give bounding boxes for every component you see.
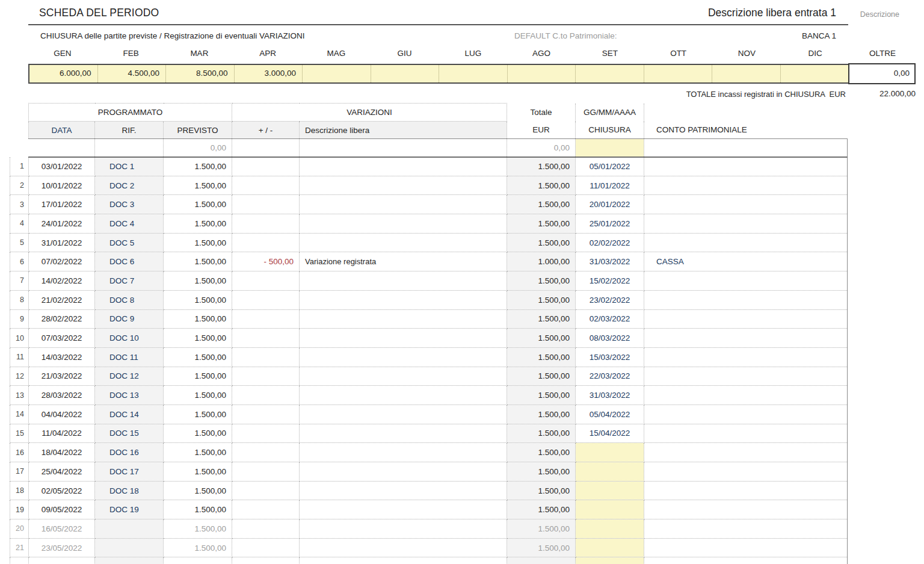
- month-value-cell[interactable]: [712, 65, 781, 82]
- cell-variation[interactable]: [232, 538, 300, 557]
- cell-rif[interactable]: DOC 6: [95, 252, 164, 271]
- cell-previsto[interactable]: 1.500,00: [164, 347, 232, 367]
- cell-previsto[interactable]: 1.500,00: [164, 519, 232, 539]
- cell-chiusura[interactable]: 31/03/2022: [576, 386, 644, 405]
- cell-chiusura[interactable]: 15/03/2022: [576, 347, 644, 367]
- cell-rif[interactable]: DOC 8: [95, 290, 164, 309]
- cell-chiusura[interactable]: 08/03/2022: [576, 329, 644, 348]
- cell-rif[interactable]: DOC 7: [95, 271, 164, 291]
- cell-conto[interactable]: [644, 214, 848, 234]
- cell-data[interactable]: 24/01/2022: [29, 214, 95, 234]
- cell-previsto[interactable]: 1.500,00: [164, 252, 232, 271]
- cell-variation[interactable]: [232, 519, 300, 539]
- cell-rif[interactable]: DOC 1: [95, 157, 164, 176]
- cell-description[interactable]: Variazione registrata: [300, 252, 507, 271]
- month-value-cell[interactable]: 3.000,00: [235, 65, 303, 82]
- cell-data[interactable]: [29, 139, 95, 157]
- month-value-cell[interactable]: [439, 65, 508, 82]
- cell-previsto[interactable]: 1.500,00: [164, 309, 232, 329]
- cell-description[interactable]: [300, 424, 507, 443]
- cell-description[interactable]: [300, 214, 507, 234]
- cell-variation[interactable]: [232, 443, 300, 462]
- oltre-value-cell[interactable]: 0,00: [848, 63, 916, 84]
- cell-description[interactable]: [300, 462, 507, 482]
- cell-chiusura[interactable]: [576, 500, 644, 519]
- cell-data[interactable]: 07/02/2022: [29, 252, 95, 271]
- month-value-cell[interactable]: [644, 65, 713, 82]
- cell-chiusura[interactable]: 25/01/2022: [576, 214, 644, 234]
- cell-data[interactable]: 31/01/2022: [29, 233, 95, 252]
- cell-data[interactable]: 28/03/2022: [29, 386, 95, 405]
- cell-previsto[interactable]: [164, 557, 232, 564]
- cell-chiusura[interactable]: 02/03/2022: [576, 309, 644, 329]
- cell-conto[interactable]: [644, 519, 848, 539]
- cell-totale[interactable]: 1.500,00: [507, 481, 576, 500]
- cell-totale[interactable]: 1.500,00: [507, 271, 576, 291]
- cell-totale[interactable]: [507, 557, 576, 564]
- cell-data[interactable]: 04/04/2022: [29, 404, 95, 424]
- cell-rif[interactable]: [95, 139, 164, 157]
- cell-previsto[interactable]: 1.500,00: [164, 367, 232, 386]
- cell-totale[interactable]: 1.500,00: [507, 500, 576, 519]
- cell-description[interactable]: [300, 290, 507, 309]
- cell-chiusura[interactable]: [576, 139, 644, 157]
- cell-previsto[interactable]: 1.500,00: [164, 195, 232, 214]
- cell-conto[interactable]: [644, 386, 848, 405]
- cell-rif[interactable]: DOC 10: [95, 329, 164, 348]
- cell-data[interactable]: 25/04/2022: [29, 462, 95, 482]
- cell-chiusura[interactable]: 15/02/2022: [576, 271, 644, 291]
- month-value-cell[interactable]: 4.500,00: [98, 65, 167, 82]
- cell-data[interactable]: 16/05/2022: [29, 519, 95, 539]
- cell-previsto[interactable]: 1.500,00: [164, 214, 232, 234]
- cell-data[interactable]: 03/01/2022: [29, 157, 95, 176]
- cell-description[interactable]: [300, 404, 507, 424]
- entry-description-title[interactable]: Descrizione libera entrata 1: [708, 7, 836, 19]
- cell-rif[interactable]: [95, 557, 164, 564]
- cell-variation[interactable]: [232, 424, 300, 443]
- cell-totale[interactable]: 0,00: [507, 139, 576, 157]
- cell-description[interactable]: [300, 367, 507, 386]
- cell-description[interactable]: [300, 519, 507, 539]
- cell-rif[interactable]: DOC 18: [95, 481, 164, 500]
- cell-rif[interactable]: DOC 15: [95, 424, 164, 443]
- cell-previsto[interactable]: 1.500,00: [164, 157, 232, 176]
- cell-totale[interactable]: 1.500,00: [507, 309, 576, 329]
- cell-conto[interactable]: [644, 481, 848, 500]
- cell-previsto[interactable]: 1.500,00: [164, 538, 232, 557]
- month-value-cell[interactable]: [303, 65, 371, 82]
- cell-totale[interactable]: 1.500,00: [507, 443, 576, 462]
- cell-conto[interactable]: [644, 139, 848, 157]
- cell-rif[interactable]: DOC 12: [95, 367, 164, 386]
- cell-variation[interactable]: - 500,00: [232, 252, 300, 271]
- cell-variation[interactable]: [232, 462, 300, 482]
- cell-rif[interactable]: DOC 16: [95, 443, 164, 462]
- month-value-cell[interactable]: [781, 65, 849, 82]
- cell-conto[interactable]: [644, 424, 848, 443]
- cell-variation[interactable]: [232, 271, 300, 291]
- cell-data[interactable]: 17/01/2022: [29, 195, 95, 214]
- cell-description[interactable]: [300, 195, 507, 214]
- cell-variation[interactable]: [232, 214, 300, 234]
- cell-chiusura[interactable]: [576, 462, 644, 482]
- cell-chiusura[interactable]: 02/02/2022: [576, 233, 644, 252]
- cell-variation[interactable]: [232, 481, 300, 500]
- cell-description[interactable]: [300, 271, 507, 291]
- cell-conto[interactable]: [644, 404, 848, 424]
- cell-rif[interactable]: DOC 17: [95, 462, 164, 482]
- cell-description[interactable]: [300, 481, 507, 500]
- cell-variation[interactable]: [232, 557, 300, 564]
- month-value-cell[interactable]: 8.500,00: [166, 65, 235, 82]
- cell-description[interactable]: [300, 139, 507, 157]
- cell-data[interactable]: 02/05/2022: [29, 481, 95, 500]
- cell-data[interactable]: 11/04/2022: [29, 424, 95, 443]
- cell-rif[interactable]: DOC 14: [95, 404, 164, 424]
- cell-chiusura[interactable]: [576, 557, 644, 564]
- cell-conto[interactable]: [644, 367, 848, 386]
- cell-previsto[interactable]: 1.500,00: [164, 481, 232, 500]
- cell-conto[interactable]: [644, 290, 848, 309]
- cell-variation[interactable]: [232, 290, 300, 309]
- cell-totale[interactable]: 1.500,00: [507, 176, 576, 195]
- cell-totale[interactable]: 1.500,00: [507, 386, 576, 405]
- cell-chiusura[interactable]: 20/01/2022: [576, 195, 644, 214]
- cell-previsto[interactable]: 1.500,00: [164, 500, 232, 519]
